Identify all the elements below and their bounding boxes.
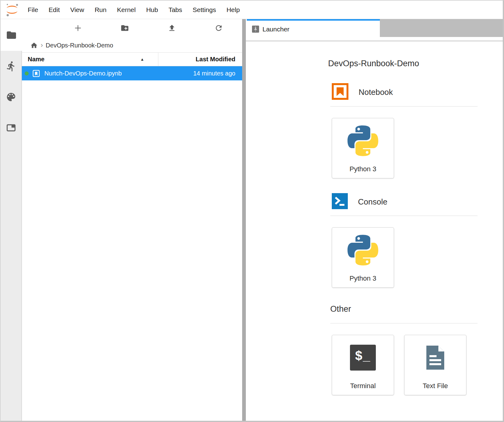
section-label-other: Other xyxy=(328,304,478,314)
sidebar-tab-command-palette[interactable] xyxy=(1,82,22,112)
workspace-body: › DevOps-Runbook-Demo Name ▲ Last Modifi… xyxy=(1,19,503,421)
launcher-panel: DevOps-Runbook-Demo Notebook xyxy=(246,41,503,421)
notebook-cards-row: Python 3 xyxy=(328,118,478,178)
launcher-card-text-file[interactable]: Text File xyxy=(404,335,466,395)
column-header-modified[interactable]: Last Modified xyxy=(158,53,242,66)
menu-view[interactable]: View xyxy=(65,6,89,14)
file-list-header: Name ▲ Last Modified xyxy=(22,52,242,66)
dock-tab-bar: Launcher xyxy=(246,19,503,38)
refresh-icon xyxy=(214,24,223,34)
tab-bar-filler xyxy=(380,19,503,37)
jupyter-logo-icon xyxy=(5,3,19,17)
menu-settings[interactable]: Settings xyxy=(187,6,221,14)
rocket-icon xyxy=(252,26,259,33)
card-label: Python 3 xyxy=(350,165,376,173)
console-cards-row: Python 3 xyxy=(328,227,478,288)
menu-edit[interactable]: Edit xyxy=(43,6,65,14)
tab-launcher-label: Launcher xyxy=(262,26,290,33)
sidebar-tab-running-sessions[interactable] xyxy=(1,51,22,82)
breadcrumb: › DevOps-Runbook-Demo xyxy=(22,38,242,52)
launcher-section-console: Console xyxy=(328,193,478,210)
menu-help[interactable]: Help xyxy=(221,6,245,14)
column-header-name[interactable]: Name ▲ xyxy=(22,53,158,66)
console-blue-icon xyxy=(332,193,348,210)
text-file-icon xyxy=(420,342,451,373)
card-label: Python 3 xyxy=(350,274,376,282)
name-column-label: Name xyxy=(28,56,44,63)
python-logo-icon xyxy=(348,235,378,266)
plus-icon xyxy=(73,23,83,34)
section-divider xyxy=(330,323,478,323)
launcher-card-notebook-python3[interactable]: Python 3 xyxy=(332,118,394,178)
panel-splitter[interactable] xyxy=(242,19,246,421)
tabs-icon xyxy=(6,123,16,133)
notebook-file-icon xyxy=(32,69,40,78)
launcher-card-console-python3[interactable]: Python 3 xyxy=(332,227,394,288)
refresh-button[interactable] xyxy=(195,19,242,38)
terminal-icon: $_ xyxy=(348,342,378,373)
file-browser-toolbar xyxy=(22,19,242,38)
menu-kernel[interactable]: Kernel xyxy=(112,6,141,14)
file-name: Nurtch-DevOps-Demo.ipynb xyxy=(44,70,122,77)
file-modified: 14 minutes ago xyxy=(193,70,242,77)
new-launcher-button[interactable] xyxy=(55,19,101,38)
upload-button[interactable] xyxy=(148,19,195,38)
breadcrumb-separator: › xyxy=(41,42,43,49)
new-folder-button[interactable] xyxy=(101,19,148,38)
running-man-icon xyxy=(6,61,17,72)
file-row-notebook[interactable]: Nurtch-DevOps-Demo.ipynb 14 minutes ago xyxy=(22,66,242,80)
other-cards-row: $_ Terminal xyxy=(328,335,478,395)
kernel-running-dot xyxy=(25,71,29,75)
notebook-orange-icon xyxy=(332,83,348,101)
card-label: Text File xyxy=(423,382,448,390)
palette-icon xyxy=(6,91,17,103)
menu-run[interactable]: Run xyxy=(89,6,112,14)
menu-items: File Edit View Run Kernel Hub Tabs Setti… xyxy=(22,6,245,14)
sidebar-tab-open-tabs[interactable] xyxy=(1,112,22,143)
launcher-section-notebook: Notebook xyxy=(328,83,478,101)
tab-launcher[interactable]: Launcher xyxy=(247,19,380,38)
file-browser-panel: › DevOps-Runbook-Demo Name ▲ Last Modifi… xyxy=(22,19,242,421)
menu-tabs[interactable]: Tabs xyxy=(163,6,187,14)
main-dock-panel: Launcher DevOps-Runbook-Demo Notebook xyxy=(246,19,503,421)
sort-ascending-icon: ▲ xyxy=(140,57,144,62)
section-label-notebook: Notebook xyxy=(359,87,393,97)
tab-bar-border xyxy=(246,38,503,41)
section-divider xyxy=(330,106,478,107)
modified-column-label: Last Modified xyxy=(196,56,235,63)
menu-bar: File Edit View Run Kernel Hub Tabs Setti… xyxy=(1,1,503,19)
upload-icon xyxy=(168,24,176,34)
card-label: Terminal xyxy=(350,382,376,390)
left-sidebar xyxy=(1,19,22,421)
home-icon[interactable] xyxy=(30,42,38,49)
section-label-console: Console xyxy=(358,197,387,207)
new-folder-icon xyxy=(120,24,129,34)
launcher-cwd-title: DevOps-Runbook-Demo xyxy=(328,59,478,68)
menu-file[interactable]: File xyxy=(22,6,43,14)
menu-hub[interactable]: Hub xyxy=(141,6,163,14)
launcher-card-terminal[interactable]: $_ Terminal xyxy=(332,335,394,395)
breadcrumb-folder[interactable]: DevOps-Runbook-Demo xyxy=(46,42,113,49)
folder-icon xyxy=(6,30,17,41)
section-divider xyxy=(330,216,478,216)
python-logo-icon xyxy=(348,125,378,156)
jupyterlab-window: File Edit View Run Kernel Hub Tabs Setti… xyxy=(0,0,504,422)
sidebar-tab-file-browser[interactable] xyxy=(1,19,22,51)
